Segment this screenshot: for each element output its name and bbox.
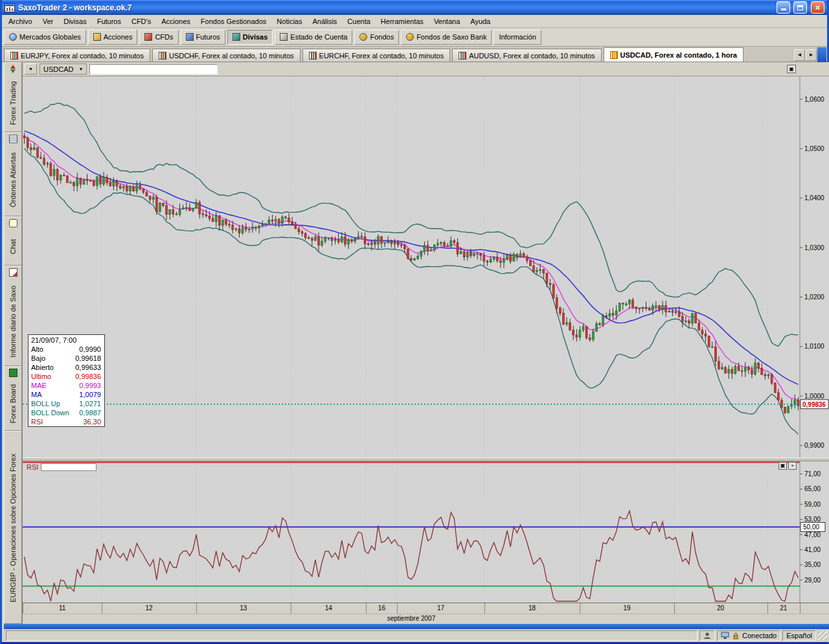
user-icon xyxy=(703,632,711,639)
toolbar-button-acciones[interactable]: Acciones xyxy=(88,30,138,45)
rsi-chart-svg[interactable]: 71,0065,0059,0053,0047,0041,0035,0029,00… xyxy=(23,461,829,603)
menu-item-analisis[interactable]: Análisis xyxy=(307,16,342,27)
sidebar-item-forex[interactable]: Forex Trading xyxy=(4,62,22,132)
rsi-mid-label: 50,00 xyxy=(803,523,819,531)
tab-eurjpy[interactable]: EURJPY, Forex al contado, 10 minutos xyxy=(4,49,150,62)
axis-tick xyxy=(767,603,768,614)
window-title: SaxoTrader 2 - workspace.ok.7 xyxy=(18,3,773,12)
rsi-close-button[interactable]: × xyxy=(788,462,797,470)
tooltip-row-label: MA xyxy=(31,391,42,398)
date-label: 20 xyxy=(717,604,724,612)
price-tick-label: 1,0000 xyxy=(804,393,824,400)
sidebar-item-chat[interactable]: Chat xyxy=(4,216,22,266)
app-window: SaxoTrader 2 - workspace.ok.7 × ArchivoV… xyxy=(0,0,829,644)
tooltip-row-ma: MA1,0079 xyxy=(28,390,104,399)
menu-item-ayuda[interactable]: Ayuda xyxy=(465,16,495,27)
menu-item-ventana[interactable]: Ventana xyxy=(429,16,465,27)
rsi-tick-label: 41,00 xyxy=(804,546,821,553)
language-status: Español xyxy=(786,632,812,639)
tab-eurchf[interactable]: EURCHF, Forex al contado, 10 minutos xyxy=(302,49,451,62)
rsi-period-input[interactable] xyxy=(41,463,97,471)
connection-panel[interactable]: Conectado xyxy=(717,630,780,641)
toolbar-button-label: Futuros xyxy=(196,33,220,41)
ohlc-tooltip: 21/09/07, 7:00 Alto0,9990Bajo0,99618Abie… xyxy=(28,334,105,427)
chevron-down-icon: ▼ xyxy=(78,67,83,71)
sidebar-item-eurgbp[interactable]: EURGBP - Operaciones sobre Opciones Fore… xyxy=(4,431,22,624)
report-icon xyxy=(9,268,17,277)
menu-item-futuros[interactable]: Futuros xyxy=(92,16,126,27)
tooltip-row-label: Bajo xyxy=(31,354,45,362)
toolbar-button-label: Mercados Globales xyxy=(19,33,81,41)
price-tick-label: 1,0300 xyxy=(804,244,824,251)
rsi-tick-label: 29,00 xyxy=(804,577,821,584)
menu-item-acciones[interactable]: Acciones xyxy=(156,16,196,27)
menu-item-noticias[interactable]: Noticias xyxy=(271,16,307,27)
toolbar-button-estado-de-cuenta[interactable]: Estado de Cuenta xyxy=(275,30,352,45)
menu-item-cuenta[interactable]: Cuenta xyxy=(342,16,375,27)
menu-item-archivo[interactable]: Archivo xyxy=(3,16,38,27)
menu-item-ver[interactable]: Ver xyxy=(38,16,59,27)
instrument-dropdown-button[interactable]: ▼ xyxy=(25,63,37,75)
pane-maximize-button[interactable]: ▣ xyxy=(787,65,796,73)
tab-audusd[interactable]: AUDUSD, Forex al contado, 10 minutos xyxy=(452,49,601,62)
sidebar-item-label: Informe diario de Saxo xyxy=(9,286,17,358)
user-panel[interactable] xyxy=(699,630,715,641)
toolbar-button-informacion[interactable]: Información xyxy=(494,30,541,45)
rsi-header: RSI xyxy=(27,463,97,471)
tab-label: USDCAD, Forex al contado, 1 hora xyxy=(620,51,737,59)
tooltip-row-rsi: RSI36,30 xyxy=(28,417,104,426)
menu-item-divisas[interactable]: Divisas xyxy=(58,16,91,27)
menu-item-cfd-s[interactable]: CFD's xyxy=(126,16,156,27)
maximize-button[interactable] xyxy=(793,1,807,14)
toolbar-button-label: Fondos de Saxo Bank xyxy=(416,33,486,41)
axis-tick xyxy=(366,603,367,614)
sidebar-item-ordenes[interactable]: Órdenes Abiertas xyxy=(4,132,22,216)
toolbar-button-divisas[interactable]: Divisas xyxy=(227,30,273,45)
month-label: septiembre 2007 xyxy=(23,615,800,622)
menu-item-herramientas[interactable]: Herramientas xyxy=(376,16,429,27)
sidebar-item-informe[interactable]: Informe diario de Saxo xyxy=(4,266,22,366)
tab-usdcad[interactable]: USDCAD, Forex al contado, 1 hora xyxy=(604,47,744,62)
close-button[interactable]: × xyxy=(811,1,824,14)
tooltip-row-abierto: Abierto0,99633 xyxy=(28,363,104,372)
toolbar-button-cfds[interactable]: CFDs xyxy=(139,30,178,45)
toolbar-button-fondos[interactable]: Fondos xyxy=(354,30,399,45)
price-tick-label: 1,0200 xyxy=(804,293,824,301)
tab-usdchf[interactable]: USDCHF, Forex al contado, 10 minutos xyxy=(152,49,301,62)
toolbar-button-fondos-de-saxo-bank[interactable]: Fondos de Saxo Bank xyxy=(401,30,492,45)
tooltip-row-value: 1,0079 xyxy=(79,391,101,398)
menu-item-fondos-gestionados[interactable]: Fondos Gestionados xyxy=(196,16,272,27)
price-chart-svg[interactable]: 1,06001,05001,04001,03001,02001,01001,00… xyxy=(23,76,829,457)
price-tick-label: 1,0400 xyxy=(804,194,824,201)
toolbar-button-label: Acciones xyxy=(104,33,133,41)
rsi-label: RSI xyxy=(27,463,38,471)
connection-status: Conectado xyxy=(742,632,777,639)
chart-toolbar: ▼ USDCAD ▼ ▣ xyxy=(23,62,829,76)
blue-separator xyxy=(4,624,829,629)
sidebar-item-forex[interactable]: Forex Board xyxy=(4,366,22,431)
rsi-restore-button[interactable]: ▣ xyxy=(778,462,787,470)
toolbar-button-futuros[interactable]: Futuros xyxy=(181,30,225,45)
price-tick-label: 0,9900 xyxy=(804,442,824,449)
language-panel[interactable]: Español xyxy=(782,630,816,641)
symbol-search-input[interactable] xyxy=(89,64,218,75)
rsi-tick-label: 65,00 xyxy=(804,485,821,492)
minimize-button[interactable] xyxy=(777,1,790,14)
axis-tick xyxy=(397,603,398,614)
axis-tick xyxy=(196,603,197,614)
toolbar-button-mercados-globales[interactable]: Mercados Globales xyxy=(4,30,86,45)
resize-grip[interactable] xyxy=(818,631,827,640)
tab-scroll-right-button[interactable]: ► xyxy=(806,49,817,61)
tooltip-header: 21/09/07, 7:00 xyxy=(28,335,104,345)
forex-trading-icon xyxy=(9,65,17,73)
tooltip-row-label: RSI xyxy=(31,418,43,426)
instrument-combo[interactable]: USDCAD ▼ xyxy=(40,63,87,75)
status-message-panel xyxy=(6,630,698,641)
tab-scroll-left-button[interactable]: ◄ xyxy=(794,49,805,61)
date-label: 12 xyxy=(145,604,152,612)
date-label: 18 xyxy=(528,604,536,612)
tooltip-row-boll-down: BOLL Down0,9887 xyxy=(28,408,104,417)
open-orders-icon xyxy=(9,135,17,143)
toolbar-button-label: Estado de Cuenta xyxy=(290,33,347,41)
tooltip-row-value: 0,99618 xyxy=(75,354,101,362)
